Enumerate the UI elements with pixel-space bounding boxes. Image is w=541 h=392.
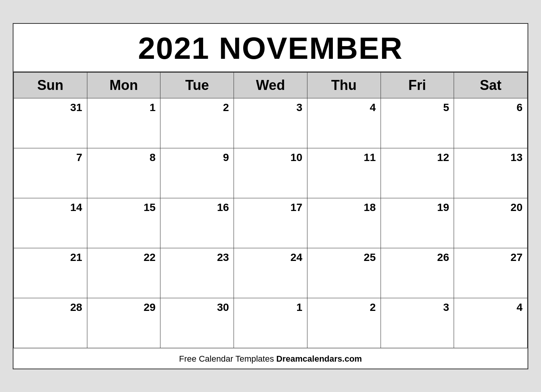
calendar-day-cell: 3 (234, 98, 307, 148)
calendar-day-cell: 24 (234, 248, 307, 298)
calendar-day-cell: 10 (234, 148, 307, 198)
calendar-title: 2021 NOVEMBER (13, 24, 528, 72)
calendar-day-header: Wed (234, 72, 307, 98)
calendar-day-cell: 23 (160, 248, 234, 298)
calendar-day-cell: 13 (454, 148, 528, 198)
calendar-day-cell: 25 (307, 248, 381, 298)
calendar-week-row: 78910111213 (14, 148, 528, 198)
calendar-header-row: SunMonTueWedThuFriSat (14, 72, 528, 98)
calendar-day-cell: 3 (381, 298, 454, 348)
calendar-week-row: 2829301234 (14, 298, 528, 348)
calendar-day-header: Thu (307, 72, 381, 98)
calendar-footer: Free Calendar Templates Dreamcalendars.c… (13, 348, 528, 369)
calendar-day-cell: 1 (87, 98, 160, 148)
calendar-day-header: Tue (160, 72, 234, 98)
calendar-day-cell: 21 (14, 248, 87, 298)
calendar-day-cell: 15 (87, 198, 160, 248)
calendar-day-cell: 31 (14, 98, 87, 148)
calendar-day-cell: 28 (14, 298, 87, 348)
calendar-day-cell: 1 (234, 298, 307, 348)
calendar-day-cell: 27 (454, 248, 528, 298)
calendar-day-cell: 4 (454, 298, 528, 348)
calendar-day-cell: 19 (381, 198, 454, 248)
calendar-day-cell: 9 (160, 148, 234, 198)
calendar-day-cell: 6 (454, 98, 528, 148)
calendar-day-cell: 30 (160, 298, 234, 348)
calendar-day-cell: 11 (307, 148, 381, 198)
calendar-day-header: Sun (14, 72, 87, 98)
calendar-day-cell: 17 (234, 198, 307, 248)
calendar-day-cell: 29 (87, 298, 160, 348)
calendar-day-cell: 7 (14, 148, 87, 198)
calendar-day-cell: 22 (87, 248, 160, 298)
calendar-day-header: Mon (87, 72, 160, 98)
footer-prefix: Free Calendar Templates (179, 354, 276, 364)
calendar-day-cell: 20 (454, 198, 528, 248)
calendar-day-cell: 2 (160, 98, 234, 148)
calendar-day-cell: 16 (160, 198, 234, 248)
calendar-week-row: 31123456 (14, 98, 528, 148)
calendar-day-cell: 4 (307, 98, 381, 148)
calendar-day-cell: 5 (381, 98, 454, 148)
calendar-day-cell: 26 (381, 248, 454, 298)
calendar-day-cell: 12 (381, 148, 454, 198)
calendar-container: 2021 NOVEMBER SunMonTueWedThuFriSat 3112… (13, 23, 528, 369)
calendar-day-cell: 8 (87, 148, 160, 198)
calendar-week-row: 21222324252627 (14, 248, 528, 298)
calendar-week-row: 14151617181920 (14, 198, 528, 248)
calendar-grid: SunMonTueWedThuFriSat 311234567891011121… (13, 72, 528, 348)
calendar-day-header: Sat (454, 72, 528, 98)
calendar-day-cell: 18 (307, 198, 381, 248)
calendar-day-cell: 14 (14, 198, 87, 248)
calendar-day-cell: 2 (307, 298, 381, 348)
footer-brand: Dreamcalendars.com (276, 354, 362, 364)
calendar-day-header: Fri (381, 72, 454, 98)
